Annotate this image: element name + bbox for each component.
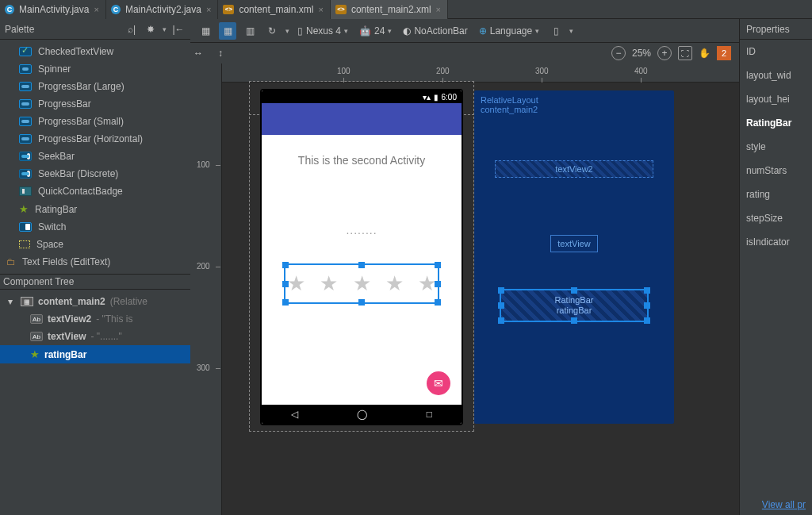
collapse-icon[interactable]: |← [171,22,186,37]
close-icon[interactable]: × [318,5,323,14]
preview-ratingbar[interactable]: ★ ★ ★ ★ ★ [287,271,436,296]
chevron-down-icon[interactable]: ▾ [8,296,16,307]
properties-title: Properties [746,24,790,35]
resize-handle[interactable] [571,317,577,324]
device-config-icon[interactable]: ▯ [547,22,565,40]
component-tree: ▾ ▦ content_main2 (Relative Ab textView2… [0,290,190,367]
property-layout-height[interactable]: layout_hei [740,87,812,111]
resize-handle[interactable] [282,262,289,268]
android-icon: 🤖 [359,25,371,37]
palette-item-progressbar-small[interactable]: ProgressBar (Small) [0,113,190,130]
palette-item-space[interactable]: Space [0,236,190,253]
nav-back-icon[interactable]: ◁ [291,409,298,420]
tab-content-main-xml[interactable]: <> content_main.xml × [218,0,330,19]
pan-icon[interactable]: ✋ [699,48,710,59]
device-selector[interactable]: ▯Nexus 4▾ [294,25,351,37]
view-all-properties-link[interactable]: View all pr [762,499,806,510]
app-bar [262,103,462,135]
tab-mainactivity-java[interactable]: C MainActivity.java × [0,0,106,19]
search-icon[interactable]: ⌕| [124,22,139,37]
property-rating[interactable]: rating [740,183,812,206]
blueprint-root-id: content_main2 [481,105,668,114]
resize-handle[interactable] [435,262,441,268]
tab-mainactivity2-java[interactable]: C MainActivity2.java × [106,0,218,19]
preview-textview[interactable]: ........ [262,224,462,236]
resize-handle[interactable] [644,317,650,324]
locale-selector[interactable]: ⊕Language▾ [476,25,542,37]
notification-badge[interactable]: 2 [717,46,731,60]
nav-home-icon[interactable]: ◯ [357,409,367,420]
blueprint-preview[interactable]: RelativeLayout content_main2 textView2 t… [474,90,674,424]
resize-handle[interactable] [358,262,365,268]
nav-recent-icon[interactable]: □ [427,409,432,420]
palette-item-progressbar-large[interactable]: ProgressBar (Large) [0,78,190,95]
palette-item-seekbar[interactable]: SeekBar [0,148,190,165]
resize-handle[interactable] [435,299,441,306]
tab-content-main2-xml[interactable]: <> content_main2.xml × [331,0,448,19]
close-icon[interactable]: × [206,5,211,14]
zoom-fit-button[interactable]: ⛶ [678,46,692,60]
palette-item-spinner[interactable]: Spinner [0,60,190,78]
api-selector[interactable]: 🤖24▾ [356,25,395,37]
theme-icon: ◐ [403,25,411,37]
property-layout-width[interactable]: layout_wid [740,63,812,87]
resize-handle[interactable] [358,299,365,306]
palette-item-checkedtextview[interactable]: CheckedTextView [0,43,190,60]
blueprint-textview2[interactable]: textView2 [495,160,653,178]
tree-row-textview2[interactable]: Ab textView2 - "This is [0,310,190,328]
resize-handle[interactable] [498,302,504,309]
property-id[interactable]: ID [740,40,812,63]
property-isindicator[interactable]: isIndicator [740,230,812,254]
blueprint-toggle-icon[interactable]: ▦ [219,22,236,40]
preview-textview2[interactable]: This is the second Activity [262,154,462,167]
palette-list: CheckedTextView Spinner ProgressBar (Lar… [0,40,190,274]
blueprint-textview[interactable]: textView [550,235,598,252]
tree-row-textview[interactable]: Ab textView - "......." [0,328,190,345]
folder-icon: 🗀 [6,256,16,267]
device-preview[interactable]: ▾▴ ▮ 6:00 This is the second Activity ..… [262,90,462,424]
orientation-icon[interactable]: ↻ [263,22,281,40]
xml-file-icon: <> [223,5,234,14]
palette-item-progressbar[interactable]: ProgressBar [0,95,190,113]
layout-variants-icon[interactable]: ▥ [241,22,259,40]
resize-handle[interactable] [498,317,504,324]
space-icon [19,240,30,248]
palette-item-seekbar-discrete[interactable]: SeekBar (Discrete) [0,165,190,183]
property-group-ratingbar[interactable]: RatingBar [740,111,812,135]
palette-item-switch[interactable]: Switch [0,218,190,236]
fab-button[interactable]: ✉ [427,371,450,395]
signal-icon: ▾▴ [423,93,431,102]
palette-folder-textfields[interactable]: 🗀Text Fields (EditText) [0,253,190,271]
zoom-out-button[interactable]: − [611,46,626,60]
status-bar: ▾▴ ▮ 6:00 [262,90,462,103]
property-style[interactable]: style [740,135,812,159]
resize-handle[interactable] [282,299,289,306]
palette-item-progressbar-horizontal[interactable]: ProgressBar (Horizontal) [0,130,190,148]
resize-handle[interactable] [435,281,441,287]
viewport-toggle-vert-icon[interactable]: ↕ [213,45,228,61]
tree-row-ratingbar[interactable]: ★ ratingBar [0,345,190,363]
property-numstars[interactable]: numStars [740,159,812,183]
textview-icon: Ab [30,314,43,324]
component-tree-title: Component Tree [3,276,74,287]
resize-handle[interactable] [644,287,650,294]
design-canvas[interactable]: 100 200 300 100 200 300 400 ▾▴ ▮ [190,63,739,515]
property-stepsize[interactable]: stepSize [740,206,812,230]
checkedtextview-icon [19,47,32,56]
resize-handle[interactable] [282,281,289,287]
palette-item-quickcontactbadge[interactable]: QuickContactBadge [0,183,190,200]
tree-row-root[interactable]: ▾ ▦ content_main2 (Relative [0,293,190,310]
gear-icon[interactable]: ✸ [144,22,158,37]
design-surface-icon[interactable]: ▦ [197,22,214,40]
close-icon[interactable]: × [94,5,98,14]
resize-handle[interactable] [498,287,504,294]
zoom-in-button[interactable]: + [657,46,672,60]
resize-handle[interactable] [644,302,650,309]
theme-selector[interactable]: ◐NoActionBar [400,25,470,37]
viewport-toggle-icon[interactable]: ↔ [190,45,206,61]
resize-handle[interactable] [571,287,577,294]
palette-item-ratingbar[interactable]: ★RatingBar [0,200,190,218]
tab-label: content_main.xml [239,4,313,15]
close-icon[interactable]: × [436,5,441,14]
blueprint-ratingbar[interactable]: RatingBar ratingBar [500,289,649,322]
